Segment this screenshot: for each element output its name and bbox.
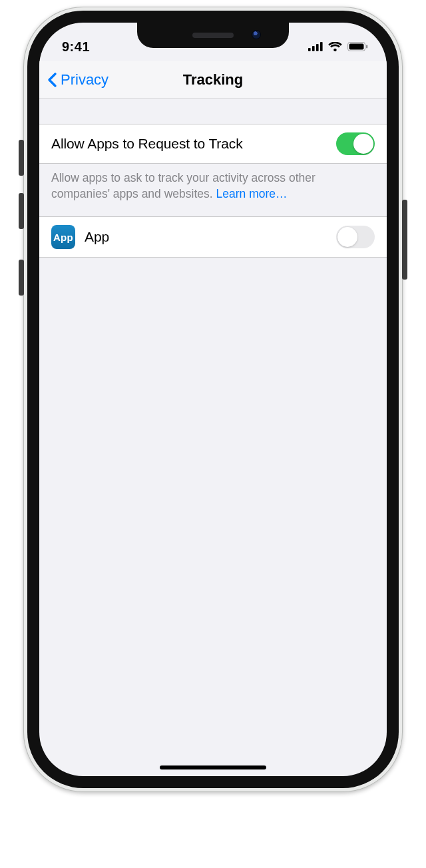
status-indicators <box>308 42 368 52</box>
svg-rect-1 <box>312 46 315 51</box>
allow-apps-to-request-label: Allow Apps to Request to Track <box>51 136 327 152</box>
device-notch <box>137 23 289 48</box>
speaker-grille <box>192 33 234 38</box>
page-title: Tracking <box>183 71 243 89</box>
screen: 9:41 <box>39 23 387 776</box>
cellular-icon <box>308 42 323 51</box>
content: Allow Apps to Request to Track Allow app… <box>39 99 387 258</box>
svg-rect-3 <box>320 42 323 51</box>
app-tracking-toggle[interactable] <box>336 226 375 248</box>
allow-apps-to-request-row[interactable]: Allow Apps to Request to Track <box>39 124 387 164</box>
app-icon: App <box>51 225 75 249</box>
status-time: 9:41 <box>62 39 90 55</box>
back-label: Privacy <box>61 71 108 89</box>
device-bezel: 9:41 <box>27 11 399 788</box>
wifi-icon <box>328 42 342 52</box>
learn-more-link[interactable]: Learn more… <box>216 187 288 200</box>
svg-rect-5 <box>349 44 364 50</box>
section-footer: Allow apps to ask to track your activity… <box>39 164 387 216</box>
back-button[interactable]: Privacy <box>47 61 108 98</box>
svg-rect-6 <box>366 45 367 49</box>
front-camera <box>252 30 261 39</box>
home-indicator[interactable] <box>160 765 266 769</box>
app-label: App <box>85 229 327 245</box>
app-row[interactable]: App App <box>39 216 387 258</box>
battery-icon <box>347 42 368 51</box>
navigation-bar: Privacy Tracking <box>39 61 387 99</box>
allow-apps-to-request-toggle[interactable] <box>336 132 375 155</box>
svg-rect-0 <box>308 48 311 51</box>
svg-rect-2 <box>316 44 319 51</box>
chevron-left-icon <box>47 72 58 88</box>
device-frame: 9:41 <box>23 7 403 792</box>
